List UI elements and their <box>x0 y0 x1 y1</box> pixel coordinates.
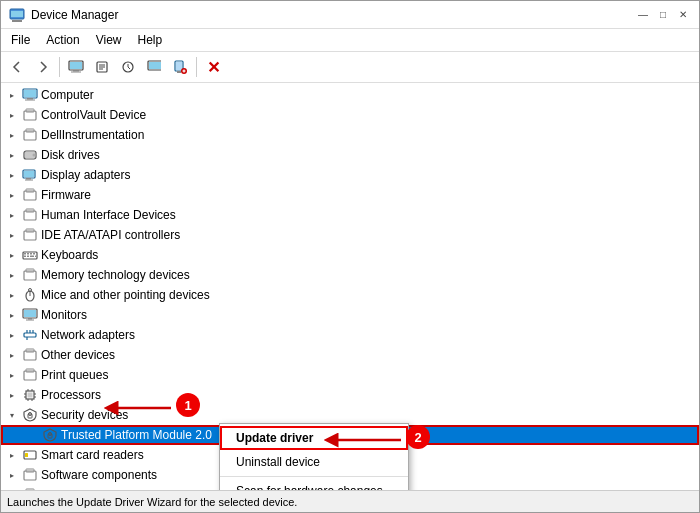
arrow-1 <box>101 393 181 423</box>
svg-rect-46 <box>24 256 26 258</box>
item-icon <box>22 287 38 303</box>
expand-icon: ▸ <box>5 328 19 342</box>
tree-item-displayadapters[interactable]: ▸ Display adapters <box>1 165 699 185</box>
svg-rect-16 <box>177 71 181 73</box>
svg-rect-57 <box>28 318 32 320</box>
svg-rect-83 <box>25 453 28 457</box>
context-menu-sep-1 <box>220 476 408 477</box>
svg-rect-58 <box>26 320 34 321</box>
svg-rect-1 <box>12 20 22 22</box>
svg-rect-87 <box>26 489 34 490</box>
menu-file[interactable]: File <box>5 31 36 49</box>
item-label: Software components <box>41 468 157 482</box>
svg-rect-13 <box>149 62 161 69</box>
item-icon <box>22 107 38 123</box>
uninstall-icon-btn[interactable] <box>142 55 166 79</box>
expand-icon: ▸ <box>5 348 19 362</box>
toolbar-separator-1 <box>59 57 60 77</box>
device-tree[interactable]: ▸ Computer ▸ ControlVault Device ▸ DellI… <box>1 83 699 490</box>
svg-rect-47 <box>27 256 29 258</box>
item-label: Keyboards <box>41 248 98 262</box>
scan-icon-btn[interactable] <box>168 55 192 79</box>
expand-icon: ▸ <box>5 368 19 382</box>
tree-item-mice[interactable]: ▸ Mice and other pointing devices <box>1 285 699 305</box>
tree-item-controlvault[interactable]: ▸ ControlVault Device <box>1 105 699 125</box>
item-label: ControlVault Device <box>41 108 146 122</box>
expand-icon: ▸ <box>5 308 19 322</box>
tree-item-hid[interactable]: ▸ Human Interface Devices <box>1 205 699 225</box>
remove-icon-btn[interactable]: ✕ <box>201 55 225 79</box>
svg-rect-45 <box>33 253 35 255</box>
tree-item-otherdevices[interactable]: ▸ Other devices <box>1 345 699 365</box>
toolbar-separator-2 <box>196 57 197 77</box>
computer-icon-btn[interactable] <box>64 55 88 79</box>
item-label: Processors <box>41 388 101 402</box>
svg-rect-6 <box>71 72 81 73</box>
expand-icon: ▾ <box>5 408 19 422</box>
maximize-button[interactable]: □ <box>655 7 671 23</box>
svg-rect-22 <box>27 98 33 100</box>
expand-icon: ▸ <box>5 488 19 490</box>
item-label: Network adapters <box>41 328 135 342</box>
tree-item-computer[interactable]: ▸ Computer <box>1 85 699 105</box>
svg-point-30 <box>33 154 36 157</box>
menu-action[interactable]: Action <box>40 31 85 49</box>
expand-icon: ▸ <box>5 228 19 242</box>
tree-item-memtech[interactable]: ▸ Memory technology devices <box>1 265 699 285</box>
expand-icon: ▸ <box>5 168 19 182</box>
item-label: Software devices <box>41 488 132 490</box>
svg-rect-69 <box>28 393 33 398</box>
update-driver-icon-btn[interactable] <box>116 55 140 79</box>
expand-icon: ▸ <box>5 288 19 302</box>
expand-icon: ▸ <box>5 188 19 202</box>
forward-button[interactable] <box>31 55 55 79</box>
expand-icon: ▸ <box>5 248 19 262</box>
item-label: Firmware <box>41 188 91 202</box>
item-icon <box>22 327 38 343</box>
tree-item-firmware[interactable]: ▸ Firmware <box>1 185 699 205</box>
tree-item-dellinstrum[interactable]: ▸ DellInstrumentation <box>1 125 699 145</box>
expand-icon: ▸ <box>5 268 19 282</box>
title-bar: Device Manager — □ ✕ <box>1 1 699 29</box>
item-icon <box>22 487 38 490</box>
svg-point-54 <box>29 289 32 292</box>
item-icon <box>22 467 38 483</box>
close-button[interactable]: ✕ <box>675 7 691 23</box>
context-menu-scan[interactable]: Scan for hardware changes <box>220 479 408 490</box>
minimize-button[interactable]: — <box>635 7 651 23</box>
item-icon <box>22 227 38 243</box>
tree-item-keyboards[interactable]: ▸ Keyboards <box>1 245 699 265</box>
tree-item-diskdrives[interactable]: ▸ Disk drives <box>1 145 699 165</box>
tree-item-ide[interactable]: ▸ IDE ATA/ATAPI controllers <box>1 225 699 245</box>
item-label: Mice and other pointing devices <box>41 288 210 302</box>
item-label: Computer <box>41 88 94 102</box>
svg-rect-4 <box>70 62 82 69</box>
item-label: Memory technology devices <box>41 268 190 282</box>
svg-rect-48 <box>30 256 34 258</box>
svg-rect-23 <box>25 100 35 101</box>
annotation-2: 2 <box>406 425 430 449</box>
device-manager-window: Device Manager — □ ✕ File Action View He… <box>0 0 700 513</box>
item-icon <box>22 387 38 403</box>
svg-rect-32 <box>24 171 34 177</box>
tree-item-netadapters[interactable]: ▸ Network adapters <box>1 325 699 345</box>
back-button[interactable] <box>5 55 29 79</box>
tree-item-monitors[interactable]: ▸ Monitors <box>1 305 699 325</box>
item-label: Trusted Platform Module 2.0 <box>61 428 212 442</box>
item-icon <box>22 87 38 103</box>
item-icon <box>22 347 38 363</box>
arrow-2 <box>321 425 411 455</box>
item-icon <box>22 187 38 203</box>
item-icon <box>22 307 38 323</box>
annotation-1: 1 <box>176 393 200 417</box>
expand-icon <box>25 428 39 442</box>
expand-icon: ▸ <box>5 128 19 142</box>
menu-help[interactable]: Help <box>132 31 169 49</box>
expand-icon: ▸ <box>5 468 19 482</box>
menu-view[interactable]: View <box>90 31 128 49</box>
expand-icon: ▸ <box>5 448 19 462</box>
tree-item-printqueues[interactable]: ▸ Print queues <box>1 365 699 385</box>
properties-icon-btn[interactable] <box>90 55 114 79</box>
item-label: DellInstrumentation <box>41 128 144 142</box>
item-icon <box>22 167 38 183</box>
